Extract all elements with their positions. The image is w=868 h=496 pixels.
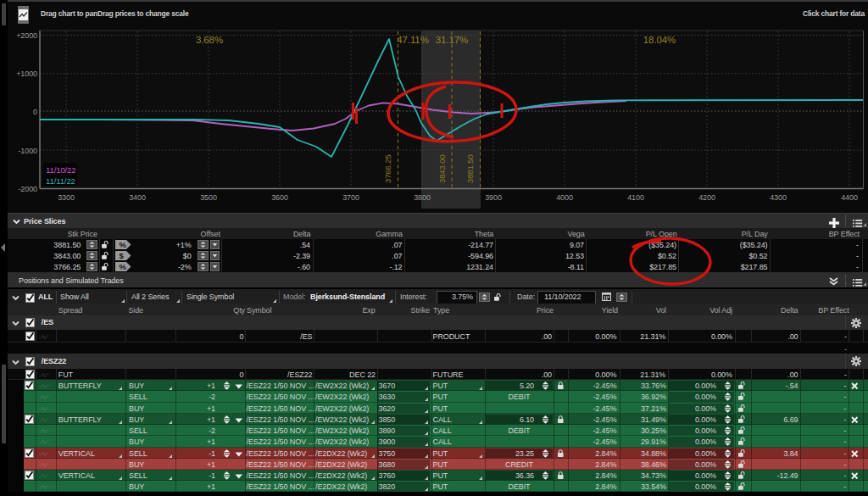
svg-text:3843.00: 3843.00 <box>437 154 447 183</box>
svg-text:4200: 4200 <box>698 193 715 202</box>
svg-text:47.11%: 47.11% <box>397 35 429 45</box>
svg-text:3.68%: 3.68% <box>196 35 223 45</box>
svg-text:3881.50: 3881.50 <box>465 154 475 183</box>
svg-text:-1000: -1000 <box>18 147 37 155</box>
svg-text:11/10/22: 11/10/22 <box>46 165 75 175</box>
svg-text:4100: 4100 <box>627 193 644 202</box>
svg-text:3900: 3900 <box>485 193 502 202</box>
svg-text:11/11/22: 11/11/22 <box>46 176 75 186</box>
svg-text:3400: 3400 <box>129 193 146 202</box>
svg-text:18.04%: 18.04% <box>643 35 676 45</box>
svg-text:4000: 4000 <box>556 193 573 202</box>
svg-text:3800: 3800 <box>414 193 431 202</box>
svg-text:$: $ <box>120 251 125 260</box>
svg-text:+1000: +1000 <box>16 70 37 78</box>
svg-text:3600: 3600 <box>271 193 288 202</box>
svg-text:31.17%: 31.17% <box>436 35 468 45</box>
svg-text:4400: 4400 <box>841 193 858 202</box>
svg-text:3300: 3300 <box>58 193 75 202</box>
svg-text:3700: 3700 <box>342 193 359 202</box>
svg-text:3500: 3500 <box>200 193 217 202</box>
svg-text:0: 0 <box>33 108 37 116</box>
svg-text:4300: 4300 <box>770 193 787 202</box>
svg-text:%: % <box>120 262 127 271</box>
svg-text:-2000: -2000 <box>18 185 37 193</box>
svg-text:+2000: +2000 <box>16 31 37 40</box>
svg-text:3766.25: 3766.25 <box>383 154 392 183</box>
svg-text:%: % <box>120 240 127 249</box>
